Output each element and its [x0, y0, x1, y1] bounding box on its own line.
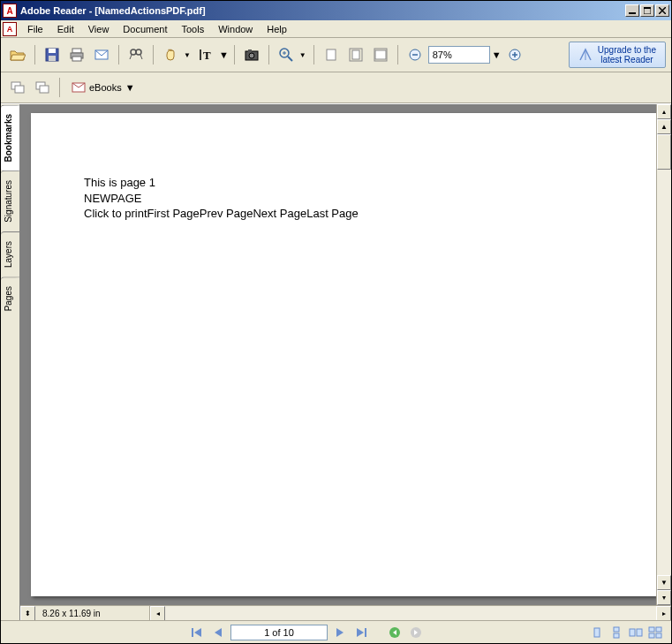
review-tracker-button[interactable]: [31, 76, 54, 99]
svg-point-12: [131, 49, 136, 55]
scroll-down-button[interactable]: ▼: [657, 575, 671, 590]
continuous-view-button[interactable]: [608, 625, 625, 640]
svg-point-42: [389, 627, 400, 638]
menu-view[interactable]: View: [81, 22, 117, 36]
dropdown-arrow-icon[interactable]: ▼: [182, 51, 193, 59]
menu-edit[interactable]: Edit: [50, 22, 81, 36]
next-view-button[interactable]: [407, 625, 425, 640]
svg-rect-47: [630, 629, 635, 636]
email-button[interactable]: [90, 43, 113, 66]
document-viewport: This is page 1 NEWPAGE Click to printFir…: [20, 104, 671, 620]
review-comments-button[interactable]: [6, 76, 29, 99]
svg-rect-29: [375, 50, 386, 59]
scroll-down-button[interactable]: ▾: [657, 590, 671, 605]
separator: [268, 45, 269, 64]
vertical-scrollbar[interactable]: ▴ ▲ ▼ ▾: [656, 104, 671, 605]
tab-signatures[interactable]: Signatures: [1, 170, 19, 231]
svg-rect-45: [614, 627, 619, 632]
svg-rect-48: [637, 629, 642, 636]
statusbar: [1, 620, 671, 643]
menu-help[interactable]: Help: [260, 22, 294, 36]
svg-rect-38: [40, 86, 49, 93]
scroll-right-button[interactable]: ▸: [656, 606, 671, 620]
svg-rect-40: [192, 628, 193, 637]
svg-line-22: [288, 57, 292, 61]
upgrade-button[interactable]: Upgrade to the latest Reader: [569, 42, 666, 68]
tab-bookmarks[interactable]: Bookmarks: [1, 104, 19, 170]
save-button[interactable]: [41, 43, 64, 66]
search-button[interactable]: [125, 43, 147, 66]
print-button[interactable]: [65, 43, 88, 66]
dropdown-arrow-icon[interactable]: ▼: [492, 49, 502, 60]
svg-rect-8: [72, 49, 81, 53]
scroll-up-button[interactable]: ▴: [657, 104, 671, 119]
text-select-tool-button[interactable]: T: [194, 43, 217, 66]
svg-text:T: T: [203, 49, 211, 62]
svg-rect-26: [350, 49, 362, 61]
previous-view-button[interactable]: [386, 625, 404, 640]
first-page-button[interactable]: [188, 625, 206, 640]
side-panel-tabs: Bookmarks Signatures Layers Pages: [1, 104, 20, 620]
scroll-thumb[interactable]: [657, 134, 671, 170]
window-title: Adobe Reader - [NamedActionsPDF.pdf]: [20, 5, 625, 16]
continuous-facing-view-button[interactable]: [646, 625, 664, 640]
upgrade-line1: Upgrade to the: [598, 45, 656, 55]
hscroll-track[interactable]: [165, 606, 656, 620]
tab-pages[interactable]: Pages: [1, 277, 19, 320]
snapshot-tool-button[interactable]: [240, 43, 263, 66]
doc-line-2: NEWPAGE: [84, 191, 603, 207]
svg-rect-46: [614, 633, 619, 638]
document-page[interactable]: This is page 1 NEWPAGE Click to printFir…: [31, 113, 656, 596]
scroll-left-button[interactable]: ◂: [150, 606, 165, 620]
ebooks-label: eBooks: [89, 82, 122, 93]
upgrade-line2: latest Reader: [598, 55, 656, 64]
menu-file[interactable]: File: [20, 22, 50, 36]
next-page-button[interactable]: [331, 625, 349, 640]
svg-line-3: [659, 7, 666, 14]
zoom-input[interactable]: [428, 46, 490, 64]
svg-rect-6: [49, 49, 56, 53]
svg-rect-25: [327, 49, 336, 60]
open-button[interactable]: [6, 43, 29, 66]
dropdown-arrow-icon[interactable]: ▼: [219, 49, 229, 60]
menubar: A File Edit View Document Tools Window H…: [1, 20, 671, 38]
ebooks-button[interactable]: eBooks ▼: [65, 79, 141, 96]
svg-line-14: [130, 55, 132, 59]
separator: [313, 45, 314, 64]
fit-width-button[interactable]: [369, 43, 392, 66]
svg-rect-35: [11, 82, 20, 89]
prev-page-button[interactable]: [209, 625, 227, 640]
dropdown-arrow-icon[interactable]: ▼: [298, 51, 308, 59]
page-number-input[interactable]: [230, 625, 328, 640]
svg-rect-5: [46, 49, 58, 61]
single-page-view-button[interactable]: [588, 625, 606, 640]
zoom-out-button[interactable]: [404, 43, 427, 66]
scroll-up-button[interactable]: ▲: [657, 119, 671, 134]
menu-document[interactable]: Document: [116, 22, 174, 36]
dropdown-arrow-icon: ▼: [125, 82, 135, 93]
page-dimensions: 8.26 x 11.69 in: [35, 606, 150, 620]
actual-size-button[interactable]: [320, 43, 343, 66]
svg-rect-36: [15, 86, 24, 93]
fit-page-button[interactable]: [344, 43, 367, 66]
menu-window[interactable]: Window: [211, 22, 260, 36]
svg-point-32: [510, 49, 520, 60]
ebooks-icon: [72, 81, 86, 94]
facing-view-button[interactable]: [627, 625, 645, 640]
minimize-button[interactable]: [625, 4, 639, 17]
page-size-toggle[interactable]: ⬍: [20, 606, 35, 620]
menu-tools[interactable]: Tools: [175, 22, 212, 36]
titlebar: A Adobe Reader - [NamedActionsPDF.pdf]: [1, 1, 671, 20]
last-page-button[interactable]: [352, 625, 370, 640]
maximize-button[interactable]: [640, 4, 654, 17]
hand-tool-button[interactable]: [159, 43, 182, 66]
svg-rect-27: [352, 50, 359, 59]
zoom-in-button[interactable]: [275, 43, 298, 66]
svg-rect-37: [36, 82, 45, 89]
scroll-track[interactable]: [657, 134, 671, 575]
close-button[interactable]: [655, 4, 669, 17]
zoom-in-circle-button[interactable]: [503, 43, 526, 66]
app-icon-small: A: [3, 22, 17, 36]
content-area: Bookmarks Signatures Layers Pages This i…: [1, 103, 671, 620]
tab-layers[interactable]: Layers: [1, 231, 19, 277]
